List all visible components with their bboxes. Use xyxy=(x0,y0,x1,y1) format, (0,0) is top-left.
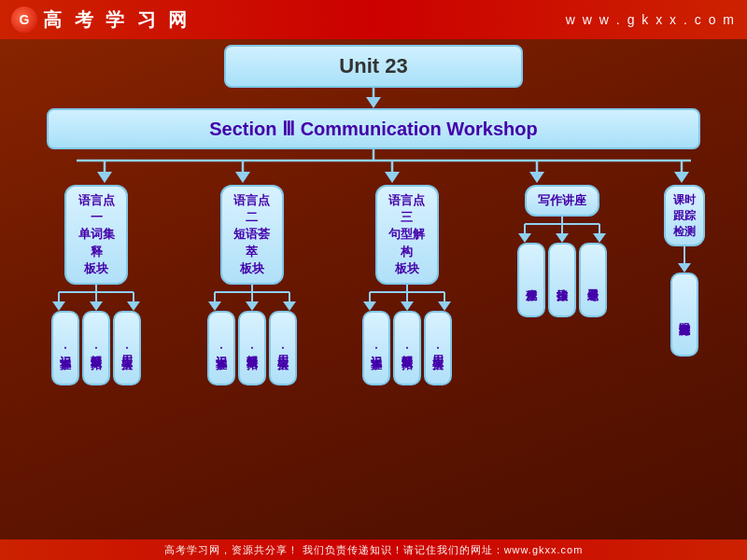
l2-to-l3-group3 xyxy=(353,285,461,311)
l2-to-l3-group5 xyxy=(664,246,705,273)
arrow-unit-to-section xyxy=(360,88,387,108)
l3-1-1: 识记·掌握 xyxy=(51,311,79,385)
group-1: 语言点一 单词集释 板块 识记·掌握 理解·拓展 应用·落实 xyxy=(42,185,150,385)
diagram: Unit 23 Section Ⅲ Communication Workshop xyxy=(0,39,747,385)
svg-marker-29 xyxy=(283,301,296,311)
l3-group3-row: 识记·掌握 理解·拓展 应用·落实 xyxy=(362,311,452,385)
header-url: w w w . g k x x . c o m xyxy=(566,12,736,27)
section-box: Section Ⅲ Communication Workshop xyxy=(47,108,700,149)
l3-group2-row: 识记·掌握 理解·拓展 应用·落实 xyxy=(207,311,297,385)
l3-5-1: 课时跟踪检测 xyxy=(670,273,698,357)
svg-marker-17 xyxy=(52,301,65,311)
l3-group5-row: 课时跟踪检测 xyxy=(670,273,698,357)
group-4: 写作讲座 佳作观摩 技法指导 专题练习 xyxy=(508,185,616,385)
l3-4-2: 技法指导 xyxy=(548,243,576,317)
svg-marker-45 xyxy=(593,233,606,243)
svg-marker-11 xyxy=(529,172,544,183)
group-3: 语言点三 句型解构 板块 识记·掌握 理解·拓展 应用·落实 xyxy=(353,185,461,385)
l3-2-1: 识记·掌握 xyxy=(207,311,235,385)
l3-4-1: 佳作观摩 xyxy=(517,243,545,317)
l3-2-3: 应用·落实 xyxy=(269,311,297,385)
l3-1-3: 应用·落实 xyxy=(113,311,141,385)
l3-3-3: 应用·落实 xyxy=(424,311,452,385)
l2-to-l3-group4 xyxy=(508,217,616,243)
svg-marker-43 xyxy=(556,233,569,243)
l3-3-1: 识记·掌握 xyxy=(362,311,390,385)
l2-box-3: 语言点三 句型解构 板块 xyxy=(375,185,439,285)
l3-1-2: 理解·拓展 xyxy=(82,311,110,385)
svg-marker-33 xyxy=(363,301,376,311)
logo-text: 高 考 学 习 网 xyxy=(43,7,190,33)
section-to-l2-lines xyxy=(19,149,728,183)
svg-marker-37 xyxy=(438,301,451,311)
footer: 高考学习网，资源共分享！ 我们负责传递知识！请记住我们的网址：www.gkxx.… xyxy=(0,539,747,560)
svg-marker-7 xyxy=(235,172,250,183)
svg-marker-9 xyxy=(385,172,400,183)
l3-group1-row: 识记·掌握 理解·拓展 应用·落实 xyxy=(51,311,141,385)
groups-wrapper: 语言点一 单词集释 板块 识记·掌握 理解·拓展 应用·落实 语言点二 短语荟萃… xyxy=(19,185,728,385)
svg-marker-41 xyxy=(518,233,531,243)
l3-group4-row: 佳作观摩 技法指导 专题练习 xyxy=(517,243,607,317)
group-2: 语言点二 短语荟萃 板块 识记·掌握 理解·拓展 应用·落实 xyxy=(198,185,306,385)
svg-marker-19 xyxy=(90,301,103,311)
svg-marker-47 xyxy=(678,263,691,273)
svg-marker-1 xyxy=(366,97,381,108)
svg-marker-21 xyxy=(127,301,140,311)
l3-4-3: 专题练习 xyxy=(579,243,607,317)
l3-2-2: 理解·拓展 xyxy=(238,311,266,385)
group-5: 课时 跟踪 检测 课时跟踪检测 xyxy=(664,185,705,385)
svg-marker-5 xyxy=(97,172,112,183)
svg-marker-13 xyxy=(674,172,689,183)
svg-marker-25 xyxy=(208,301,221,311)
svg-marker-35 xyxy=(401,301,414,311)
logo-icon: G xyxy=(11,7,37,33)
svg-marker-27 xyxy=(246,301,259,311)
logo: G 高 考 学 习 网 xyxy=(11,7,190,33)
l3-3-2: 理解·拓展 xyxy=(393,311,421,385)
l2-to-l3-group2 xyxy=(198,285,306,311)
header: G 高 考 学 习 网 w w w . g k x x . c o m xyxy=(0,0,747,39)
footer-text: 高考学习网，资源共分享！ 我们负责传递知识！请记住我们的网址：www.gkxx.… xyxy=(164,543,584,557)
l2-box-2: 语言点二 短语荟萃 板块 xyxy=(220,185,284,285)
l2-to-l3-group1 xyxy=(42,285,150,311)
l2-box-5: 课时 跟踪 检测 xyxy=(664,185,705,246)
l2-box-1: 语言点一 单词集释 板块 xyxy=(64,185,128,285)
l2-box-4: 写作讲座 xyxy=(525,185,599,217)
unit-box: Unit 23 xyxy=(224,45,523,88)
